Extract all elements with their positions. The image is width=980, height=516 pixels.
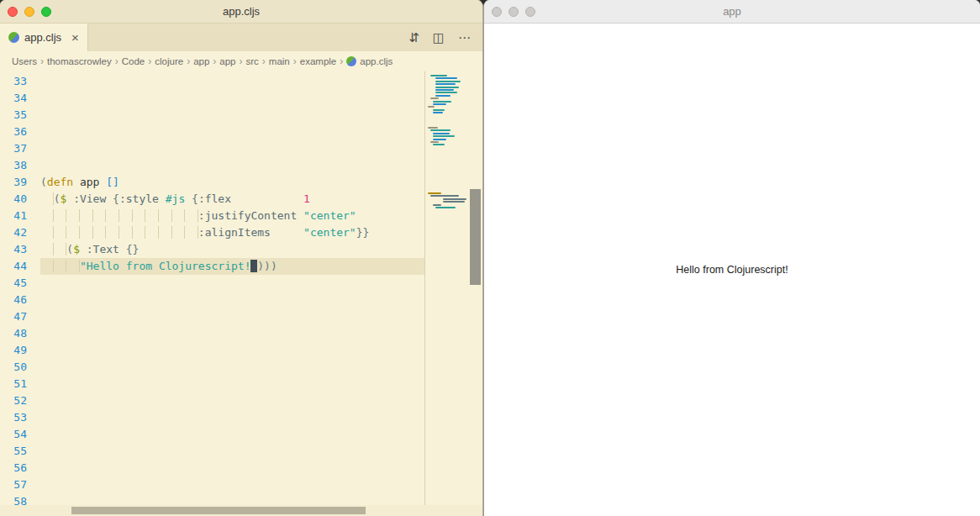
editor-titlebar[interactable]: app.cljs xyxy=(0,0,482,24)
code-line[interactable]: 50 xyxy=(0,359,424,376)
minimap-mark xyxy=(435,89,454,91)
code-line[interactable]: 34 xyxy=(0,90,424,107)
minimap[interactable] xyxy=(424,71,468,505)
code-token xyxy=(297,209,303,222)
code-token xyxy=(40,209,198,222)
code-line[interactable]: 42 :alignItems "center"}} xyxy=(0,224,424,241)
breadcrumb-item[interactable]: app xyxy=(219,56,235,66)
code-token: ( xyxy=(40,176,47,188)
breadcrumb-item[interactable]: main xyxy=(269,56,290,66)
code-token: $ xyxy=(73,243,80,255)
code-line-text: "Hello from Clojurescript!"))) xyxy=(40,258,424,275)
zoom-button[interactable] xyxy=(525,7,535,17)
minimap-mark xyxy=(430,97,439,99)
code-line[interactable]: 46 xyxy=(0,292,424,308)
more-actions-icon[interactable]: ⋯ xyxy=(458,31,471,44)
minimap-mark xyxy=(433,101,451,103)
line-number: 42 xyxy=(0,224,40,241)
breadcrumb-item[interactable]: clojure xyxy=(155,56,183,66)
code-line[interactable]: 54 xyxy=(0,426,424,443)
code-line[interactable]: 53 xyxy=(0,409,424,426)
minimap-mark xyxy=(433,135,455,137)
line-number: 50 xyxy=(0,359,40,376)
code-line[interactable]: 52 xyxy=(0,392,424,409)
breadcrumb-separator: › xyxy=(145,55,155,67)
code-line[interactable]: 51 xyxy=(0,376,424,392)
minimap-mark xyxy=(435,95,450,97)
code-line[interactable]: 40 ($ :View {:style #js {:flex 1 xyxy=(0,191,424,208)
minimap-mark xyxy=(428,192,441,194)
breadcrumb-item[interactable]: thomascrowley xyxy=(47,56,112,66)
code-token xyxy=(40,260,80,272)
breadcrumb-item[interactable]: Code xyxy=(122,56,145,66)
tab-close-icon[interactable]: × xyxy=(71,30,79,45)
code-token: { xyxy=(106,192,119,205)
minimap-mark xyxy=(433,144,445,145)
horizontal-scrollbar[interactable] xyxy=(0,505,482,516)
code-line[interactable]: 47 xyxy=(0,308,424,325)
tab-label: app.cljs xyxy=(24,31,61,44)
minimap-mark xyxy=(433,112,443,113)
code-token xyxy=(66,192,73,205)
code-line[interactable]: 43 ($ :Text {} xyxy=(0,241,424,258)
code-token xyxy=(231,192,303,205)
code-line-text xyxy=(40,443,424,460)
code-line[interactable]: 49 xyxy=(0,342,424,359)
minimap-mark xyxy=(433,139,446,140)
code-line[interactable]: 55 xyxy=(0,443,424,460)
code-line[interactable]: 57 xyxy=(0,477,424,493)
breadcrumb-item[interactable]: app xyxy=(193,56,209,66)
code-line[interactable]: 33 xyxy=(0,73,424,90)
code-line-text: ($ :View {:style #js {:flex 1 xyxy=(40,191,424,208)
code-line-text xyxy=(40,493,424,505)
breadcrumb-item[interactable]: Users xyxy=(12,56,37,66)
line-number: 43 xyxy=(0,241,40,258)
close-button[interactable] xyxy=(8,7,18,17)
code-token xyxy=(40,243,66,255)
minimap-mark xyxy=(435,92,457,93)
breadcrumb-item-label: src xyxy=(246,56,259,66)
minimap-mark xyxy=(430,141,439,143)
app-titlebar[interactable]: app xyxy=(484,0,980,24)
zoom-button[interactable] xyxy=(41,7,51,17)
breadcrumb-item-label: app xyxy=(193,56,209,66)
minimap-mark xyxy=(433,133,450,134)
split-editor-icon[interactable]: ◫ xyxy=(433,31,445,44)
line-number: 51 xyxy=(0,376,40,392)
code-line[interactable]: 58 xyxy=(0,493,424,505)
code-line[interactable]: 39(defn app [] xyxy=(0,174,424,191)
minimize-button[interactable] xyxy=(24,7,34,17)
code-token: :style xyxy=(119,192,159,205)
code-line[interactable]: 48 xyxy=(0,325,424,342)
minimize-button[interactable] xyxy=(508,7,519,17)
code-line[interactable]: 45 xyxy=(0,275,424,292)
breadcrumb-item[interactable]: app.cljs xyxy=(346,56,393,66)
minimap-mark xyxy=(430,129,450,131)
code-line-text xyxy=(40,157,424,174)
code-line[interactable]: 56 xyxy=(0,460,424,477)
code-line[interactable]: 38 xyxy=(0,157,424,174)
traffic-lights xyxy=(8,7,51,17)
code-line-text: :alignItems "center"}} xyxy=(40,224,424,241)
tab-app-cljs[interactable]: app.cljs × xyxy=(0,24,88,51)
code-line[interactable]: 37 xyxy=(0,140,424,157)
code-line[interactable]: 44 "Hello from Clojurescript!"))) xyxy=(0,258,424,275)
code-token: :View xyxy=(73,192,106,205)
code-lines[interactable]: 33343536373839(defn app []40 ($ :View {:… xyxy=(0,71,424,505)
line-number: 45 xyxy=(0,275,40,292)
close-button[interactable] xyxy=(492,7,502,17)
breadcrumb-item[interactable]: example xyxy=(300,56,336,66)
code-line[interactable]: 41 :justifyContent "center" xyxy=(0,208,424,224)
code-token: app xyxy=(80,176,99,188)
breadcrumb-item[interactable]: src xyxy=(246,56,259,66)
vertical-scrollbar[interactable] xyxy=(468,71,482,505)
code-line[interactable]: 36 xyxy=(0,124,424,140)
line-number: 40 xyxy=(0,191,40,208)
code-line-text: :justifyContent "center" xyxy=(40,208,424,224)
vertical-scrollbar-thumb[interactable] xyxy=(470,189,481,285)
code-line[interactable]: 35 xyxy=(0,107,424,124)
open-changes-icon[interactable]: ⇵ xyxy=(408,31,419,44)
code-line-text xyxy=(40,308,424,325)
horizontal-scrollbar-thumb[interactable] xyxy=(71,507,366,514)
code-line-text xyxy=(40,477,424,493)
